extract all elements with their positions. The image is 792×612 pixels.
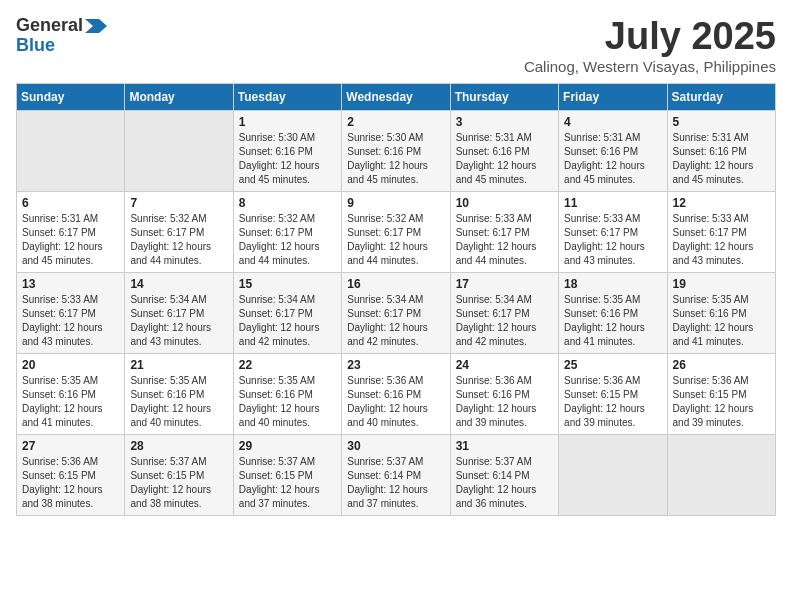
day-info: Sunrise: 5:34 AM Sunset: 6:17 PM Dayligh…: [456, 293, 553, 349]
day-info: Sunrise: 5:33 AM Sunset: 6:17 PM Dayligh…: [564, 212, 661, 268]
weekday-header-saturday: Saturday: [667, 83, 775, 110]
calendar-cell: 10Sunrise: 5:33 AM Sunset: 6:17 PM Dayli…: [450, 191, 558, 272]
calendar-cell: [667, 434, 775, 515]
calendar-cell: 16Sunrise: 5:34 AM Sunset: 6:17 PM Dayli…: [342, 272, 450, 353]
day-info: Sunrise: 5:37 AM Sunset: 6:15 PM Dayligh…: [239, 455, 336, 511]
calendar-week-row: 6Sunrise: 5:31 AM Sunset: 6:17 PM Daylig…: [17, 191, 776, 272]
calendar-cell: 28Sunrise: 5:37 AM Sunset: 6:15 PM Dayli…: [125, 434, 233, 515]
weekday-header-tuesday: Tuesday: [233, 83, 341, 110]
day-info: Sunrise: 5:36 AM Sunset: 6:15 PM Dayligh…: [22, 455, 119, 511]
day-info: Sunrise: 5:34 AM Sunset: 6:17 PM Dayligh…: [239, 293, 336, 349]
calendar-cell: 21Sunrise: 5:35 AM Sunset: 6:16 PM Dayli…: [125, 353, 233, 434]
day-info: Sunrise: 5:36 AM Sunset: 6:16 PM Dayligh…: [456, 374, 553, 430]
calendar-cell: 5Sunrise: 5:31 AM Sunset: 6:16 PM Daylig…: [667, 110, 775, 191]
day-info: Sunrise: 5:36 AM Sunset: 6:16 PM Dayligh…: [347, 374, 444, 430]
calendar-cell: 22Sunrise: 5:35 AM Sunset: 6:16 PM Dayli…: [233, 353, 341, 434]
day-number: 11: [564, 196, 661, 210]
calendar-cell: 9Sunrise: 5:32 AM Sunset: 6:17 PM Daylig…: [342, 191, 450, 272]
calendar-cell: [17, 110, 125, 191]
day-number: 18: [564, 277, 661, 291]
day-number: 5: [673, 115, 770, 129]
calendar-cell: 6Sunrise: 5:31 AM Sunset: 6:17 PM Daylig…: [17, 191, 125, 272]
calendar-cell: 8Sunrise: 5:32 AM Sunset: 6:17 PM Daylig…: [233, 191, 341, 272]
day-number: 22: [239, 358, 336, 372]
day-info: Sunrise: 5:35 AM Sunset: 6:16 PM Dayligh…: [673, 293, 770, 349]
day-info: Sunrise: 5:35 AM Sunset: 6:16 PM Dayligh…: [130, 374, 227, 430]
calendar-table: SundayMondayTuesdayWednesdayThursdayFrid…: [16, 83, 776, 516]
day-number: 30: [347, 439, 444, 453]
calendar-cell: 13Sunrise: 5:33 AM Sunset: 6:17 PM Dayli…: [17, 272, 125, 353]
day-number: 7: [130, 196, 227, 210]
title-block: July 2025 Calinog, Western Visayas, Phil…: [524, 16, 776, 75]
calendar-cell: [125, 110, 233, 191]
day-info: Sunrise: 5:30 AM Sunset: 6:16 PM Dayligh…: [347, 131, 444, 187]
svg-marker-0: [85, 19, 107, 33]
weekday-header-wednesday: Wednesday: [342, 83, 450, 110]
logo: GeneralBlue: [16, 16, 107, 56]
day-number: 29: [239, 439, 336, 453]
day-info: Sunrise: 5:30 AM Sunset: 6:16 PM Dayligh…: [239, 131, 336, 187]
calendar-cell: 15Sunrise: 5:34 AM Sunset: 6:17 PM Dayli…: [233, 272, 341, 353]
day-number: 26: [673, 358, 770, 372]
day-number: 13: [22, 277, 119, 291]
day-info: Sunrise: 5:35 AM Sunset: 6:16 PM Dayligh…: [564, 293, 661, 349]
day-info: Sunrise: 5:33 AM Sunset: 6:17 PM Dayligh…: [456, 212, 553, 268]
calendar-week-row: 13Sunrise: 5:33 AM Sunset: 6:17 PM Dayli…: [17, 272, 776, 353]
calendar-cell: 25Sunrise: 5:36 AM Sunset: 6:15 PM Dayli…: [559, 353, 667, 434]
calendar-week-row: 27Sunrise: 5:36 AM Sunset: 6:15 PM Dayli…: [17, 434, 776, 515]
calendar-cell: 27Sunrise: 5:36 AM Sunset: 6:15 PM Dayli…: [17, 434, 125, 515]
day-number: 23: [347, 358, 444, 372]
day-number: 28: [130, 439, 227, 453]
day-number: 24: [456, 358, 553, 372]
day-info: Sunrise: 5:35 AM Sunset: 6:16 PM Dayligh…: [22, 374, 119, 430]
day-number: 9: [347, 196, 444, 210]
calendar-week-row: 20Sunrise: 5:35 AM Sunset: 6:16 PM Dayli…: [17, 353, 776, 434]
calendar-cell: 20Sunrise: 5:35 AM Sunset: 6:16 PM Dayli…: [17, 353, 125, 434]
day-number: 6: [22, 196, 119, 210]
day-info: Sunrise: 5:33 AM Sunset: 6:17 PM Dayligh…: [673, 212, 770, 268]
day-number: 14: [130, 277, 227, 291]
day-info: Sunrise: 5:33 AM Sunset: 6:17 PM Dayligh…: [22, 293, 119, 349]
day-number: 20: [22, 358, 119, 372]
day-info: Sunrise: 5:32 AM Sunset: 6:17 PM Dayligh…: [239, 212, 336, 268]
weekday-header-monday: Monday: [125, 83, 233, 110]
day-info: Sunrise: 5:36 AM Sunset: 6:15 PM Dayligh…: [564, 374, 661, 430]
calendar-cell: 14Sunrise: 5:34 AM Sunset: 6:17 PM Dayli…: [125, 272, 233, 353]
location-title: Calinog, Western Visayas, Philippines: [524, 58, 776, 75]
calendar-cell: [559, 434, 667, 515]
calendar-cell: 7Sunrise: 5:32 AM Sunset: 6:17 PM Daylig…: [125, 191, 233, 272]
calendar-cell: 31Sunrise: 5:37 AM Sunset: 6:14 PM Dayli…: [450, 434, 558, 515]
calendar-week-row: 1Sunrise: 5:30 AM Sunset: 6:16 PM Daylig…: [17, 110, 776, 191]
day-number: 25: [564, 358, 661, 372]
logo-general-text: General: [16, 16, 83, 36]
day-info: Sunrise: 5:32 AM Sunset: 6:17 PM Dayligh…: [130, 212, 227, 268]
calendar-cell: 4Sunrise: 5:31 AM Sunset: 6:16 PM Daylig…: [559, 110, 667, 191]
day-info: Sunrise: 5:31 AM Sunset: 6:16 PM Dayligh…: [456, 131, 553, 187]
calendar-cell: 17Sunrise: 5:34 AM Sunset: 6:17 PM Dayli…: [450, 272, 558, 353]
weekday-header-friday: Friday: [559, 83, 667, 110]
day-number: 1: [239, 115, 336, 129]
day-info: Sunrise: 5:31 AM Sunset: 6:16 PM Dayligh…: [673, 131, 770, 187]
day-info: Sunrise: 5:36 AM Sunset: 6:15 PM Dayligh…: [673, 374, 770, 430]
day-number: 31: [456, 439, 553, 453]
day-number: 2: [347, 115, 444, 129]
day-info: Sunrise: 5:37 AM Sunset: 6:15 PM Dayligh…: [130, 455, 227, 511]
day-number: 10: [456, 196, 553, 210]
calendar-cell: 29Sunrise: 5:37 AM Sunset: 6:15 PM Dayli…: [233, 434, 341, 515]
day-number: 3: [456, 115, 553, 129]
day-number: 19: [673, 277, 770, 291]
logo-blue-text: Blue: [16, 36, 55, 56]
calendar-cell: 3Sunrise: 5:31 AM Sunset: 6:16 PM Daylig…: [450, 110, 558, 191]
calendar-cell: 1Sunrise: 5:30 AM Sunset: 6:16 PM Daylig…: [233, 110, 341, 191]
calendar-cell: 19Sunrise: 5:35 AM Sunset: 6:16 PM Dayli…: [667, 272, 775, 353]
calendar-cell: 30Sunrise: 5:37 AM Sunset: 6:14 PM Dayli…: [342, 434, 450, 515]
day-number: 21: [130, 358, 227, 372]
calendar-cell: 23Sunrise: 5:36 AM Sunset: 6:16 PM Dayli…: [342, 353, 450, 434]
day-info: Sunrise: 5:37 AM Sunset: 6:14 PM Dayligh…: [456, 455, 553, 511]
month-title: July 2025: [524, 16, 776, 58]
day-number: 15: [239, 277, 336, 291]
weekday-header-row: SundayMondayTuesdayWednesdayThursdayFrid…: [17, 83, 776, 110]
weekday-header-sunday: Sunday: [17, 83, 125, 110]
day-number: 17: [456, 277, 553, 291]
day-info: Sunrise: 5:31 AM Sunset: 6:17 PM Dayligh…: [22, 212, 119, 268]
